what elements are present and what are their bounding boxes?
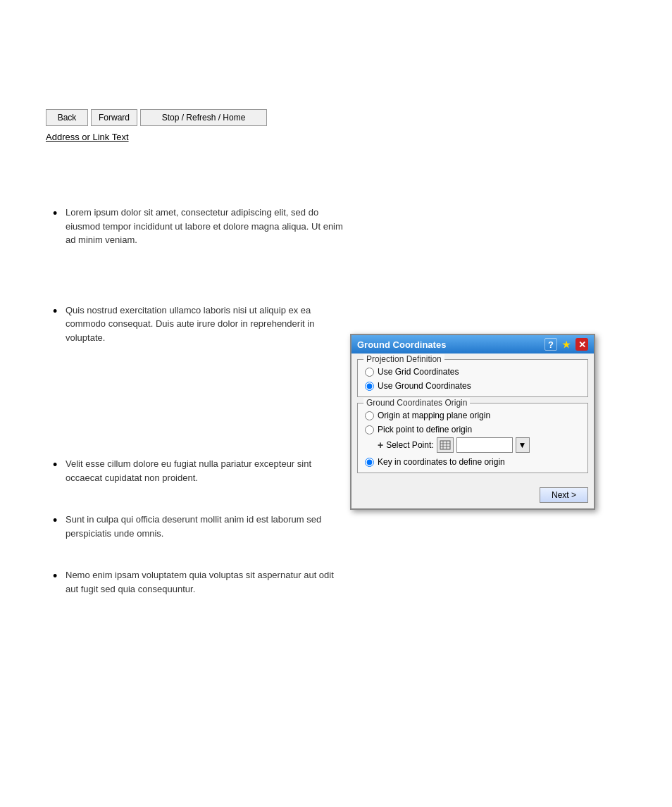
bullet-text-b2: Sunt in culpa qui officia deserunt molli… [66,513,347,540]
radio-grid-coordinates[interactable] [365,368,374,377]
bullet-dot-2: • [53,305,66,318]
address-link[interactable]: Address or Link Text [0,126,672,142]
dialog-footer: Next > [351,484,594,508]
dialog-title-icons: ? ★ ✕ [545,338,588,351]
radio-pick-point-row: Pick point to define origin [365,425,580,434]
toolbar: Back Forward Stop / Refresh / Home [0,0,672,126]
stop-refresh-button[interactable]: Stop / Refresh / Home [140,109,267,126]
radio-mapping-plane-row: Origin at mapping plane origin [365,411,580,420]
bullet-text-b3: Nemo enim ipsam voluptatem quia voluptas… [66,568,347,596]
origin-group-legend: Ground Coordinates Origin [363,398,470,408]
radio-origin-keyin[interactable] [365,458,374,467]
dialog-title: Ground Coordinates [357,339,545,350]
radio-origin-mapping[interactable] [365,411,374,420]
select-point-dropdown[interactable]: ▼ [516,437,530,453]
radio-ground-coordinates[interactable] [365,382,374,391]
bullet-dot-b3: • [53,570,66,582]
ground-coordinates-dialog: Ground Coordinates ? ★ ✕ Projection Defi… [350,334,595,510]
bullet-text-b1: Velit esse cillum dolore eu fugiat nulla… [66,457,347,484]
bullet-dot-1: • [53,207,66,220]
dialog-body: Projection Definition Use Grid Coordinat… [351,354,594,484]
dialog-titlebar: Ground Coordinates ? ★ ✕ [351,335,594,354]
radio-ground-label[interactable]: Use Ground Coordinates [378,381,471,391]
plus-icon: + [378,439,383,451]
close-icon[interactable]: ✕ [575,338,588,351]
next-button[interactable]: Next > [540,487,588,503]
back-button[interactable]: Back [46,109,88,126]
radio-key-in-row: Key in coordinates to define origin [365,457,580,467]
favorite-icon[interactable]: ★ [560,338,573,351]
bullet-item-1: • Lorem ipsum dolor sit amet, consectetu… [46,206,672,247]
radio-mapping-label[interactable]: Origin at mapping plane origin [378,411,490,420]
grid-icon [440,440,451,450]
radio-ground-row: Use Ground Coordinates [365,381,580,391]
bullet-item-b2: • Sunt in culpa qui officia deserunt mol… [46,513,672,540]
bullet-dot-b2: • [53,514,66,527]
bullet-dot-b1: • [53,458,66,471]
radio-grid-row: Use Grid Coordinates [365,367,580,377]
projection-definition-legend: Projection Definition [363,354,444,364]
dropdown-arrow-icon: ▼ [518,440,527,450]
forward-button[interactable]: Forward [91,109,137,126]
ground-coordinates-origin-group: Ground Coordinates Origin Origin at mapp… [357,403,588,473]
select-point-row: + Select Point: ▼ [378,437,580,453]
select-point-button[interactable] [437,437,454,453]
radio-pick-label[interactable]: Pick point to define origin [378,425,472,434]
radio-keyin-label[interactable]: Key in coordinates to define origin [378,457,505,467]
select-point-input[interactable] [456,437,513,453]
help-icon[interactable]: ? [545,338,557,351]
bullet-item-b3: • Nemo enim ipsam voluptatem quia volupt… [46,568,672,596]
radio-grid-label[interactable]: Use Grid Coordinates [378,367,459,377]
select-point-label: Select Point: [386,440,433,450]
svg-rect-0 [440,441,450,449]
bullet-text-2: Quis nostrud exercitation ullamco labori… [66,304,347,345]
section-top: • Lorem ipsum dolor sit amet, consectetu… [46,206,672,344]
projection-definition-group: Projection Definition Use Grid Coordinat… [357,359,588,397]
content-area: • Lorem ipsum dolor sit amet, consectetu… [0,142,672,596]
radio-origin-pick[interactable] [365,425,374,434]
bullet-text-1: Lorem ipsum dolor sit amet, consectetur … [66,206,347,247]
